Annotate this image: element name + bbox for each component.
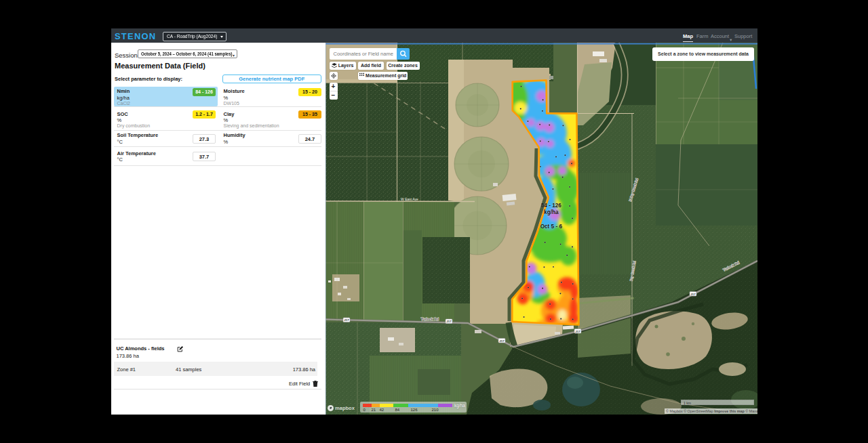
svg-text:84 - 126: 84 - 126 [541, 203, 561, 209]
svg-text:J17: J17 [690, 293, 696, 296]
svg-text:J17: J17 [446, 320, 452, 323]
svg-text:kg/ha: kg/ha [544, 209, 559, 215]
svg-text:Turlock Rd: Turlock Rd [421, 317, 439, 321]
svg-text:J17: J17 [344, 318, 349, 322]
svg-text:W East Ave: W East Ave [401, 197, 418, 201]
svg-text:Oct 5 - 6: Oct 5 - 6 [540, 224, 563, 230]
svg-text:J17: J17 [499, 339, 505, 343]
svg-text:J17: J17 [575, 330, 580, 333]
